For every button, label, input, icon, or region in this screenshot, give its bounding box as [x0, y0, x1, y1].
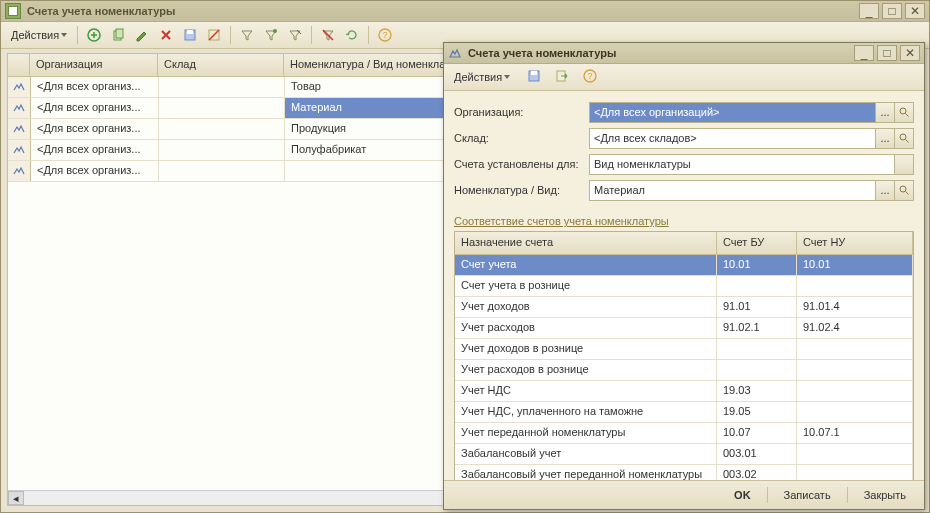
table-row[interactable]: Учет доходов в рознице [455, 339, 913, 360]
acct-cell-name: Учет расходов в рознице [455, 360, 717, 380]
dialog-maximize-button[interactable]: □ [877, 45, 897, 61]
nom-select-button[interactable]: ... [875, 181, 894, 200]
sklad-value: <Для всех складов> [590, 132, 875, 144]
filter1-button[interactable] [237, 25, 257, 45]
actions-label: Действия [11, 29, 59, 41]
filter3-button[interactable] [285, 25, 305, 45]
acct-cell-nu [797, 339, 913, 359]
set-for-field[interactable]: Вид номенклатуры [589, 154, 914, 175]
dialog-save-button[interactable] [526, 68, 542, 86]
dialog-goto-button[interactable] [554, 68, 570, 86]
cell-org: <Для всех организ... [31, 119, 159, 139]
acct-cell-bu [717, 339, 797, 359]
acct-cell-bu [717, 360, 797, 380]
minimize-button[interactable]: _ [859, 3, 879, 19]
filter-off-button[interactable] [318, 25, 338, 45]
close-dialog-button[interactable]: Закрыть [854, 486, 916, 504]
write-button[interactable]: Записать [774, 486, 841, 504]
save-button[interactable] [180, 25, 200, 45]
table-row[interactable]: Учет переданной номенклатуры10.0710.07.1 [455, 423, 913, 444]
grid-header-sklad[interactable]: Склад [158, 54, 284, 76]
table-row[interactable]: Учет НДС19.03 [455, 381, 913, 402]
acct-cell-nu: 91.01.4 [797, 297, 913, 317]
cell-sklad [159, 119, 285, 139]
acct-header-nu[interactable]: Счет НУ [797, 232, 913, 254]
table-row[interactable]: Учет расходов91.02.191.02.4 [455, 318, 913, 339]
app-icon [5, 3, 21, 19]
sklad-search-button[interactable] [894, 129, 913, 148]
acct-header-name[interactable]: Назначение счета [455, 232, 717, 254]
disable-mark-button[interactable] [204, 25, 224, 45]
cell-sklad [159, 98, 285, 118]
table-row[interactable]: Учет НДС, уплаченного на таможне19.05 [455, 402, 913, 423]
acct-cell-bu: 19.03 [717, 381, 797, 401]
acct-cell-nu [797, 381, 913, 401]
acct-cell-bu: 003.01 [717, 444, 797, 464]
actions-menu[interactable]: Действия [7, 27, 71, 43]
grid-header-marker[interactable] [8, 54, 30, 76]
nom-label: Номенклатура / Вид: [454, 184, 589, 196]
table-row[interactable]: Забалансовый учет003.01 [455, 444, 913, 465]
dialog-title-bar: Счета учета номенклатуры _ □ ✕ [444, 43, 924, 64]
help-button[interactable]: ? [375, 25, 395, 45]
close-button[interactable]: ✕ [905, 3, 925, 19]
row-marker-icon [8, 77, 31, 97]
acct-cell-bu: 19.05 [717, 402, 797, 422]
table-row[interactable]: Счет учета10.0110.01 [455, 255, 913, 276]
sklad-field[interactable]: <Для всех складов> ... [589, 128, 914, 149]
refresh-button[interactable] [342, 25, 362, 45]
acct-cell-nu [797, 402, 913, 422]
grid-header-org[interactable]: Организация [30, 54, 158, 76]
dialog-window: Счета учета номенклатуры _ □ ✕ Действия … [443, 42, 925, 510]
dialog-actions-menu[interactable]: Действия [450, 69, 514, 85]
acct-cell-bu: 91.01 [717, 297, 797, 317]
svg-text:?: ? [383, 30, 388, 40]
main-window-title: Счета учета номенклатуры [27, 5, 859, 17]
ok-button[interactable]: OK [724, 486, 761, 504]
acct-cell-bu: 10.07 [717, 423, 797, 443]
chevron-down-icon [504, 75, 510, 79]
acct-header-bu[interactable]: Счет БУ [717, 232, 797, 254]
main-title-bar: Счета учета номенклатуры _ □ ✕ [1, 1, 929, 22]
accounts-header: Назначение счета Счет БУ Счет НУ [455, 232, 913, 255]
dialog-minimize-button[interactable]: _ [854, 45, 874, 61]
dialog-icon [448, 46, 462, 60]
sklad-select-button[interactable]: ... [875, 129, 894, 148]
row-marker-icon [8, 161, 31, 181]
nom-value: Материал [590, 184, 875, 196]
cell-org: <Для всех организ... [31, 161, 159, 181]
filter2-button[interactable] [261, 25, 281, 45]
delete-button[interactable] [156, 25, 176, 45]
table-row[interactable]: Учет доходов91.0191.01.4 [455, 297, 913, 318]
nom-field[interactable]: Материал ... [589, 180, 914, 201]
add-button[interactable] [84, 25, 104, 45]
row-marker-icon [8, 119, 31, 139]
org-field[interactable]: <Для всех организаций> ... [589, 102, 914, 123]
set-for-dropdown-button[interactable] [894, 155, 913, 174]
acct-cell-name: Учет НДС, уплаченного на таможне [455, 402, 717, 422]
edit-button[interactable] [132, 25, 152, 45]
cell-sklad [159, 77, 285, 97]
dialog-help-button[interactable]: ? [582, 68, 598, 86]
dialog-close-button[interactable]: ✕ [900, 45, 920, 61]
dialog-form: Организация: <Для всех организаций> ... … [444, 91, 924, 495]
acct-cell-bu [717, 276, 797, 296]
acct-cell-bu: 10.01 [717, 255, 797, 275]
acct-cell-bu: 91.02.1 [717, 318, 797, 338]
table-row[interactable]: Счет учета в рознице [455, 276, 913, 297]
org-search-button[interactable] [894, 103, 913, 122]
copy-button[interactable] [108, 25, 128, 45]
dialog-actions-label: Действия [454, 71, 502, 83]
maximize-button[interactable]: □ [882, 3, 902, 19]
acct-cell-name: Учет доходов [455, 297, 717, 317]
cell-sklad [159, 140, 285, 160]
org-select-button[interactable]: ... [875, 103, 894, 122]
dialog-toolbar: Действия ? [444, 64, 924, 91]
nom-search-button[interactable] [894, 181, 913, 200]
svg-point-15 [900, 134, 906, 140]
svg-rect-4 [187, 30, 193, 34]
table-row[interactable]: Учет расходов в рознице [455, 360, 913, 381]
scroll-left-button[interactable]: ◂ [8, 491, 24, 505]
set-for-label: Счета установлены для: [454, 158, 589, 170]
dialog-title: Счета учета номенклатуры [468, 47, 854, 59]
